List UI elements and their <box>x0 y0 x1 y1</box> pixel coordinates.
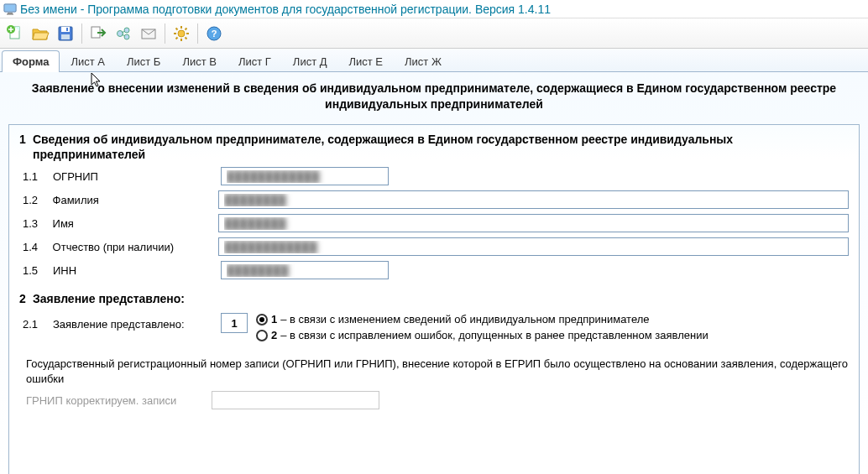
tab-bar: Форма Лист А Лист Б Лист В Лист Г Лист Д… <box>0 49 868 72</box>
help-button[interactable]: ? <box>202 22 226 45</box>
send-icon <box>114 24 133 43</box>
svg-text:?: ? <box>212 29 217 39</box>
option-label: – в связи с изменением сведений об индив… <box>280 313 649 326</box>
section-number: 2 <box>19 291 33 306</box>
export-button[interactable] <box>86 22 110 45</box>
field-number: 1.3 <box>23 217 53 230</box>
radio-icon <box>256 314 268 326</box>
svg-point-16 <box>178 30 185 37</box>
field-number: 1.1 <box>23 170 53 183</box>
section-title: Сведения об индивидуальном предпринимате… <box>33 132 849 162</box>
settings-icon <box>172 24 191 43</box>
toolbar-separator <box>197 23 198 44</box>
send-button[interactable] <box>112 22 135 45</box>
option-key: 1 <box>271 313 277 326</box>
tab-label: Лист Г <box>238 55 271 68</box>
grnip-disabled-row: ГРНИП корректируем. записи <box>19 391 849 409</box>
save-icon <box>56 24 75 43</box>
reason-option-2[interactable]: 2 – в связи с исправлением ошибок, допущ… <box>256 329 709 341</box>
titlebar: Без имени - Программа подготовки докумен… <box>0 0 868 18</box>
radio-icon <box>256 330 268 341</box>
tab-label: Лист Е <box>349 55 384 68</box>
toolbar: ? <box>0 18 868 49</box>
tab-forma[interactable]: Форма <box>2 50 60 72</box>
option-key: 2 <box>271 329 277 341</box>
tab-list-a[interactable]: Лист А <box>60 50 116 72</box>
tab-label: Лист Ж <box>405 55 442 68</box>
svg-rect-9 <box>61 34 70 39</box>
firstname-input[interactable] <box>218 214 849 232</box>
tab-list-d[interactable]: Лист Д <box>282 50 338 72</box>
settings-button[interactable] <box>170 22 193 45</box>
field-label: Отчество (при наличии) <box>53 241 219 253</box>
content-area: Заявление о внесении изменений в сведени… <box>0 72 868 474</box>
app-monitor-icon <box>3 3 17 16</box>
section-2-header: 2 Заявление представлено: <box>19 291 849 306</box>
mail-button[interactable] <box>137 22 160 45</box>
field-familia-row: 1.2 Фамилия <box>23 190 849 209</box>
toolbar-separator <box>165 23 165 44</box>
tab-list-zh[interactable]: Лист Ж <box>394 50 452 72</box>
lastname-input[interactable] <box>218 190 849 209</box>
save-button[interactable] <box>54 22 77 45</box>
mail-icon <box>139 24 158 43</box>
field-label: Заявление представлено: <box>53 313 221 331</box>
reason-code-box[interactable]: 1 <box>221 313 248 333</box>
inn-input[interactable] <box>221 261 389 279</box>
help-icon: ? <box>205 24 223 43</box>
field-imya-row: 1.3 Имя <box>23 214 849 232</box>
tab-label: Лист Д <box>293 55 327 68</box>
open-folder-icon <box>31 24 50 43</box>
tab-list-e[interactable]: Лист Е <box>338 50 395 72</box>
new-file-button[interactable] <box>3 22 27 45</box>
svg-point-14 <box>124 34 129 39</box>
reason-radio-group: 1 – в связи с изменением сведений об инд… <box>256 313 709 341</box>
new-file-icon <box>6 24 24 43</box>
toolbar-separator <box>81 23 82 44</box>
reason-option-1[interactable]: 1 – в связи с изменением сведений об инд… <box>256 313 709 326</box>
field-inn-row: 1.5 ИНН <box>23 261 849 279</box>
form-header: Заявление о внесении изменений в сведени… <box>8 77 860 124</box>
svg-rect-8 <box>61 27 70 32</box>
form-panel: 1 Сведения об индивидуальном предпринима… <box>8 124 860 474</box>
app-window: Без имени - Программа подготовки докумен… <box>0 0 868 474</box>
section-1-header: 1 Сведения об индивидуальном предпринима… <box>19 132 849 162</box>
patronymic-input[interactable] <box>218 237 849 256</box>
svg-point-12 <box>118 30 123 36</box>
grnip-disabled-label: ГРНИП корректируем. записи <box>26 394 176 407</box>
window-title: Без имени - Программа подготовки докумен… <box>20 3 551 16</box>
svg-point-13 <box>124 28 129 33</box>
svg-rect-1 <box>5 5 15 11</box>
svg-rect-2 <box>8 13 13 14</box>
tab-label: Лист В <box>182 55 217 68</box>
field-number: 1.5 <box>23 264 53 277</box>
open-button[interactable] <box>29 22 52 45</box>
field-ogrnip-row: 1.1 ОГРНИП <box>23 167 849 185</box>
grnip-note: Государственный регистрационный номер за… <box>26 357 849 386</box>
svg-rect-3 <box>7 13 13 14</box>
tab-label: Лист А <box>71 55 105 68</box>
tab-list-v[interactable]: Лист В <box>171 50 227 72</box>
field-label: Имя <box>53 217 219 230</box>
field-number: 1.2 <box>23 194 53 206</box>
option-label: – в связи с исправлением ошибок, допущен… <box>280 329 708 341</box>
section-title: Заявление представлено: <box>33 291 849 306</box>
section-number: 1 <box>19 132 33 162</box>
svg-rect-10 <box>66 28 68 31</box>
tab-list-b[interactable]: Лист Б <box>116 50 171 72</box>
export-icon <box>89 24 107 43</box>
field-label: ОГРНИП <box>53 170 221 183</box>
field-number: 2.1 <box>23 313 53 331</box>
ogrnip-input[interactable] <box>221 167 389 185</box>
field-number: 1.4 <box>23 241 53 253</box>
field-label: ИНН <box>53 264 221 277</box>
application-reason-row: 2.1 Заявление представлено: 1 1 – в связ… <box>23 313 849 341</box>
field-label: Фамилия <box>53 194 219 206</box>
field-otchestvo-row: 1.4 Отчество (при наличии) <box>23 237 849 256</box>
tab-list-g[interactable]: Лист Г <box>227 50 282 72</box>
tab-label: Форма <box>13 55 49 68</box>
tab-label: Лист Б <box>127 55 160 68</box>
grnip-input <box>212 391 379 409</box>
